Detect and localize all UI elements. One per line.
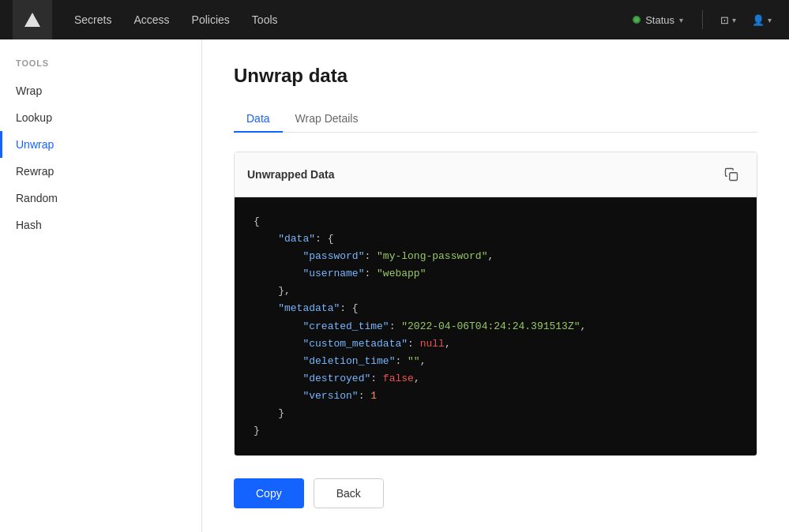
nav-policies[interactable]: Policies [182, 9, 239, 31]
sidebar-item-unwrap-label: Unwrap [16, 138, 54, 151]
vault-logo-icon [24, 13, 40, 27]
sidebar-item-hash[interactable]: Hash [0, 212, 201, 238]
code-line-11: "version": 1 [254, 388, 738, 405]
code-block: { "data": { "password": "my-long-passwor… [235, 197, 757, 455]
code-line-9: "deletion_time": "", [254, 353, 738, 370]
code-line-12: } [254, 405, 738, 422]
main-layout: TOOLS Wrap Lookup Unwrap Rewrap Random H… [0, 39, 789, 532]
sidebar-item-wrap-label: Wrap [16, 84, 42, 97]
code-line-10: "destroyed": false, [254, 370, 738, 388]
sidebar: TOOLS Wrap Lookup Unwrap Rewrap Random H… [0, 39, 202, 532]
copy-to-clipboard-button[interactable] [719, 162, 744, 187]
back-button[interactable]: Back [314, 478, 384, 508]
sidebar-item-rewrap[interactable]: Rewrap [0, 158, 201, 185]
clipboard-icon [724, 167, 738, 182]
terminal-button[interactable]: ⊡ ▾ [716, 11, 741, 29]
logo[interactable] [13, 0, 52, 39]
top-nav: Secrets Access Policies Tools Status ▾ ⊡… [0, 0, 789, 39]
code-line-8: "custom_metadata": null, [254, 335, 738, 353]
nav-links: Secrets Access Policies Tools [65, 9, 626, 31]
sidebar-item-random-label: Random [16, 192, 58, 204]
main-content: Unwrap data Data Wrap Details Unwrapped … [202, 39, 789, 532]
nav-tools[interactable]: Tools [242, 9, 287, 31]
terminal-chevron-icon: ▾ [732, 16, 736, 24]
code-line-13: } [254, 422, 738, 440]
button-row: Copy Back [234, 475, 757, 508]
code-line-3: "password": "my-long-password", [254, 248, 738, 265]
code-line-7: "created_time": "2022-04-06T04:24:24.391… [254, 318, 738, 335]
user-icon: 👤 [752, 14, 765, 26]
tab-wrap-details[interactable]: Wrap Details [283, 106, 371, 133]
code-line-2: "data": { [254, 230, 738, 248]
terminal-icon: ⊡ [720, 14, 729, 26]
sidebar-item-rewrap-label: Rewrap [16, 165, 54, 178]
tabs: Data Wrap Details [234, 106, 757, 133]
sidebar-item-wrap[interactable]: Wrap [0, 77, 201, 104]
status-indicator-icon [633, 16, 641, 24]
code-line-5: }, [254, 283, 738, 300]
code-line-6: "metadata": { [254, 300, 738, 317]
user-button[interactable]: 👤 ▾ [747, 11, 776, 29]
nav-secrets[interactable]: Secrets [65, 9, 121, 31]
sidebar-item-hash-label: Hash [16, 219, 42, 231]
unwrapped-data-card: Unwrapped Data { "data": { "password": "… [234, 152, 757, 456]
nav-right: Status ▾ ⊡ ▾ 👤 ▾ [626, 10, 776, 29]
sidebar-section-label: TOOLS [0, 58, 201, 77]
svg-rect-0 [730, 173, 738, 181]
sidebar-item-lookup[interactable]: Lookup [0, 104, 201, 131]
status-button[interactable]: Status ▾ [626, 11, 689, 29]
sidebar-item-random[interactable]: Random [0, 185, 201, 212]
nav-access[interactable]: Access [124, 9, 178, 31]
copy-button[interactable]: Copy [234, 478, 304, 508]
status-chevron-icon: ▾ [679, 16, 683, 24]
code-line-4: "username": "webapp" [254, 265, 738, 283]
sidebar-item-lookup-label: Lookup [16, 111, 52, 124]
sidebar-item-unwrap[interactable]: Unwrap [0, 131, 201, 158]
nav-divider [702, 10, 703, 29]
data-card-title: Unwrapped Data [247, 168, 334, 181]
code-line-1: { [254, 213, 738, 230]
status-label: Status [645, 14, 674, 26]
data-card-header: Unwrapped Data [235, 152, 757, 197]
tab-data[interactable]: Data [234, 106, 283, 133]
page-title: Unwrap data [234, 65, 757, 87]
user-chevron-icon: ▾ [768, 16, 772, 24]
